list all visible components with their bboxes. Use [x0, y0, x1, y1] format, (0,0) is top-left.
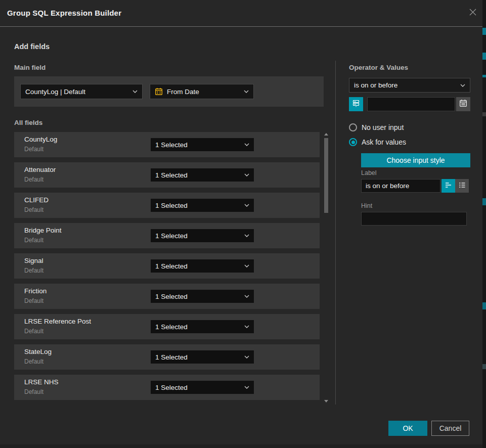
- main-field-row: CountyLog | Default From Date: [14, 76, 324, 107]
- date-value-input[interactable]: [367, 97, 455, 111]
- background-app-right-edge: [482, 0, 486, 448]
- radio-label: No user input: [362, 123, 404, 131]
- chevron-down-icon: [460, 84, 465, 87]
- field-selected-value: 1 Selected: [155, 353, 188, 361]
- field-name: LRSE Reference Post: [24, 318, 91, 325]
- radio-label: Ask for values: [362, 138, 406, 146]
- calendar-icon: [155, 87, 163, 96]
- field-name: Friction: [24, 287, 47, 295]
- date-picker-button[interactable]: [456, 97, 470, 111]
- field-name: CLIFED: [24, 196, 49, 204]
- field-sublabel: Default: [24, 237, 43, 244]
- field-row: CLIFED Default 1 Selected: [14, 193, 320, 218]
- field-selected-dropdown[interactable]: 1 Selected: [151, 290, 254, 303]
- field-sublabel: Default: [24, 297, 43, 304]
- bulleted-list-icon: [458, 181, 466, 191]
- field-row: Signal Default 1 Selected: [14, 253, 320, 279]
- chevron-down-icon: [244, 264, 249, 267]
- field-row: Attenuator Default 1 Selected: [14, 162, 320, 188]
- main-date-field-value: From Date: [167, 88, 199, 96]
- background-fragment: [482, 53, 486, 60]
- value-input-type-button[interactable]: [349, 97, 363, 111]
- field-selected-value: 1 Selected: [155, 293, 188, 300]
- background-fragment: [482, 302, 486, 309]
- radio-selected-icon: [349, 138, 357, 146]
- field-selected-dropdown[interactable]: 1 Selected: [151, 350, 254, 364]
- group-sql-expression-builder-dialog: Group SQL Expression Builder Add fields …: [0, 0, 486, 448]
- unique-values-icon: [352, 99, 360, 109]
- field-sublabel: Default: [24, 176, 43, 183]
- operator-select[interactable]: is on or before: [349, 78, 470, 93]
- field-selected-value: 1 Selected: [155, 171, 188, 179]
- field-sublabel: Default: [24, 206, 43, 213]
- field-selected-dropdown[interactable]: 1 Selected: [151, 259, 254, 273]
- cancel-button[interactable]: Cancel: [431, 421, 469, 436]
- field-selected-dropdown[interactable]: 1 Selected: [151, 168, 254, 182]
- all-fields-label: All fields: [14, 119, 42, 126]
- align-left-icon: [445, 181, 453, 191]
- radio-no-user-input[interactable]: No user input: [349, 123, 404, 131]
- main-field-label: Main field: [14, 64, 46, 71]
- field-row: LRSE Reference Post Default 1 Selected: [14, 314, 320, 339]
- close-icon: [469, 8, 477, 18]
- main-date-field-select[interactable]: From Date: [150, 84, 254, 99]
- scrollbar-thumb[interactable]: [324, 138, 328, 213]
- field-row: Friction Default 1 Selected: [14, 284, 320, 309]
- field-sublabel: Default: [24, 358, 43, 365]
- chevron-down-icon: [244, 295, 249, 298]
- field-selected-value: 1 Selected: [155, 232, 188, 240]
- field-selected-value: 1 Selected: [155, 262, 188, 270]
- dialog-title: Group SQL Expression Builder: [7, 0, 121, 26]
- chevron-down-icon: [244, 143, 249, 146]
- label-input[interactable]: [361, 179, 440, 193]
- main-layer-select[interactable]: CountyLog | Default: [20, 84, 143, 99]
- field-name: StateLog: [24, 348, 52, 355]
- field-selected-dropdown[interactable]: 1 Selected: [151, 138, 254, 151]
- field-selected-dropdown[interactable]: 1 Selected: [151, 229, 254, 242]
- field-name: LRSE NHS: [24, 378, 59, 386]
- close-button[interactable]: [467, 8, 478, 19]
- hint-field-label: Hint: [361, 202, 372, 209]
- field-sublabel: Default: [24, 328, 43, 335]
- ok-button[interactable]: OK: [388, 421, 427, 436]
- field-selected-dropdown[interactable]: 1 Selected: [151, 381, 254, 394]
- field-sublabel: Default: [24, 146, 43, 153]
- chevron-down-icon: [244, 325, 249, 328]
- radio-circle-icon: [349, 123, 357, 131]
- scroll-up-arrow-icon[interactable]: [324, 133, 328, 136]
- list-style-toggle[interactable]: [455, 179, 469, 193]
- hint-input[interactable]: [361, 212, 467, 226]
- background-fragment: [482, 28, 486, 35]
- header-divider: [0, 26, 482, 27]
- chevron-down-icon: [244, 234, 249, 237]
- operator-select-value: is on or before: [354, 81, 397, 89]
- main-layer-select-value: CountyLog | Default: [25, 88, 85, 96]
- field-selected-value: 1 Selected: [155, 323, 188, 331]
- all-fields-list: CountyLog Default 1 Selected Attenuator …: [14, 132, 320, 405]
- list-scrollbar[interactable]: [323, 132, 329, 404]
- field-row: Bridge Point Default 1 Selected: [14, 223, 320, 248]
- field-selected-dropdown[interactable]: 1 Selected: [151, 199, 254, 212]
- dialog-header: Group SQL Expression Builder: [0, 0, 482, 26]
- field-name: Attenuator: [24, 166, 56, 173]
- background-fragment: [482, 75, 486, 77]
- chevron-down-icon: [132, 90, 138, 93]
- chevron-down-icon: [244, 355, 249, 359]
- field-row: StateLog Default 1 Selected: [14, 344, 320, 370]
- panel-divider: [335, 61, 336, 405]
- field-name: Bridge Point: [24, 227, 62, 234]
- single-line-style-toggle[interactable]: [441, 179, 455, 193]
- radio-ask-for-values[interactable]: Ask for values: [349, 138, 406, 146]
- field-selected-dropdown[interactable]: 1 Selected: [151, 320, 254, 333]
- chevron-down-icon: [244, 173, 249, 176]
- field-sublabel: Default: [24, 388, 43, 395]
- scroll-down-arrow-icon[interactable]: [324, 400, 328, 402]
- operator-values-heading: Operator & Values: [349, 64, 408, 71]
- chevron-down-icon: [244, 386, 249, 389]
- chevron-down-icon: [244, 90, 249, 93]
- label-field-label: Label: [361, 169, 377, 176]
- field-name: Signal: [24, 257, 43, 264]
- add-fields-heading: Add fields: [14, 42, 50, 51]
- field-selected-value: 1 Selected: [155, 384, 188, 391]
- choose-input-style-button[interactable]: Choose input style: [361, 153, 470, 167]
